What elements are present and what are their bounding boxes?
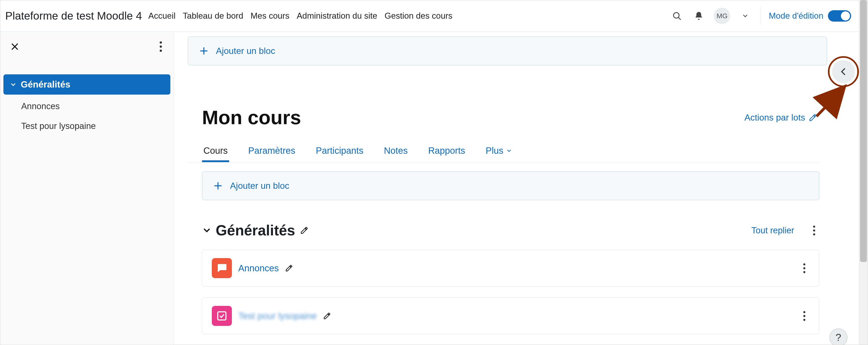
page-title: Mon cours — [202, 106, 301, 129]
chevron-down-icon — [506, 148, 512, 154]
edit-mode-toggle-group: Mode d'édition — [769, 10, 851, 22]
edit-activity-title-icon[interactable] — [285, 264, 293, 272]
course-main: Ajouter un bloc Mon cours Actions par lo… — [174, 32, 832, 345]
sidebar-item-annonces[interactable]: Annonces — [0, 96, 174, 116]
search-icon[interactable] — [670, 9, 684, 23]
separator — [760, 7, 761, 25]
svg-line-1 — [679, 18, 681, 20]
course-index-drawer: Généralités Annonces Test pour lysopaine — [0, 32, 174, 345]
plus-icon — [213, 181, 223, 191]
topbar: Plateforme de test Moodle 4 Accueil Tabl… — [0, 0, 859, 32]
topbar-right: MG Mode d'édition — [670, 7, 851, 25]
add-block-label: Ajouter un bloc — [230, 181, 289, 191]
site-brand[interactable]: Plateforme de test Moodle 4 — [5, 9, 142, 22]
user-menu-chevron-icon[interactable] — [738, 9, 752, 23]
block-drawer-column — [832, 32, 859, 345]
activity-title[interactable]: Annonces — [238, 263, 279, 273]
section-title: Généralités — [216, 222, 295, 239]
user-avatar[interactable]: MG — [714, 8, 730, 24]
course-index-menu-icon[interactable] — [155, 41, 167, 53]
course-tabs: Cours Paramètres Participants Notes Rapp… — [188, 141, 819, 162]
tab-grades[interactable]: Notes — [382, 141, 409, 162]
add-block-label: Ajouter un bloc — [216, 46, 275, 56]
course-index-list: Généralités Annonces Test pour lysopaine — [0, 74, 174, 136]
primary-nav: Accueil Tableau de bord Mes cours Admini… — [148, 11, 670, 21]
nav-dashboard[interactable]: Tableau de bord — [183, 11, 243, 21]
tab-more[interactable]: Plus — [484, 141, 514, 162]
activity-menu-icon[interactable] — [799, 261, 809, 275]
sidebar-item-test-lysopaine[interactable]: Test pour lysopaine — [0, 116, 174, 136]
activity-card[interactable]: Annonces — [202, 250, 819, 286]
nav-home[interactable]: Accueil — [148, 11, 175, 21]
feedback-icon — [212, 306, 232, 326]
vertical-scrollbar[interactable] — [859, 0, 868, 345]
section-chevron-down-icon[interactable] — [202, 226, 212, 235]
bell-icon[interactable] — [692, 9, 706, 23]
activity-card[interactable]: Test pour lysopaine — [202, 298, 819, 334]
collapse-all-link[interactable]: Tout replier — [751, 226, 794, 235]
edit-section-title-icon[interactable] — [300, 226, 308, 235]
forum-icon — [212, 258, 232, 278]
chevron-left-icon — [838, 67, 848, 77]
batch-actions-label: Actions par lots — [744, 112, 805, 123]
nav-site-admin[interactable]: Administration du site — [297, 11, 377, 21]
sidebar-item-label: Généralités — [21, 79, 70, 90]
help-button[interactable]: ? — [829, 329, 847, 345]
tab-course[interactable]: Cours — [202, 141, 229, 162]
tab-more-label: Plus — [486, 145, 503, 156]
svg-rect-8 — [219, 266, 224, 267]
edit-mode-label: Mode d'édition — [769, 11, 824, 21]
tab-reports[interactable]: Rapports — [427, 141, 466, 162]
edit-mode-toggle[interactable] — [828, 10, 851, 22]
edit-activity-title-icon[interactable] — [323, 312, 331, 320]
nav-course-mgmt[interactable]: Gestion des cours — [384, 11, 452, 21]
section-menu-icon[interactable] — [809, 223, 819, 237]
activity-menu-icon[interactable] — [799, 309, 809, 323]
open-block-drawer-button[interactable] — [832, 60, 855, 83]
activity-title[interactable]: Test pour lysopaine — [238, 311, 317, 321]
nav-my-courses[interactable]: Mes cours — [251, 11, 289, 21]
scrollbar-thumb[interactable] — [860, 0, 867, 262]
plus-icon — [199, 46, 209, 56]
batch-actions-link[interactable]: Actions par lots — [744, 112, 817, 123]
tab-participants[interactable]: Participants — [314, 141, 365, 162]
sidebar-item-general[interactable]: Généralités — [3, 74, 170, 95]
chevron-down-icon — [10, 81, 17, 88]
add-block-body[interactable]: Ajouter un bloc — [202, 171, 819, 200]
svg-rect-9 — [219, 268, 223, 269]
svg-rect-10 — [218, 312, 226, 320]
add-block-top[interactable]: Ajouter un bloc — [188, 37, 827, 65]
tab-settings[interactable]: Paramètres — [247, 141, 297, 162]
close-drawer-icon[interactable] — [9, 41, 21, 53]
